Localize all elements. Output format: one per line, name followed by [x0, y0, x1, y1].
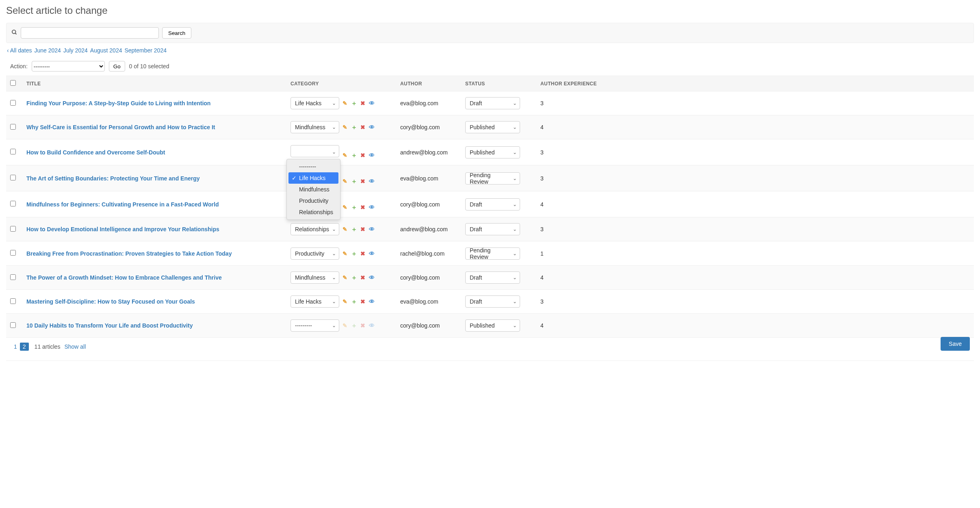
pencil-icon[interactable]: ✎: [342, 250, 348, 257]
row-checkbox[interactable]: [10, 322, 16, 328]
article-title-link[interactable]: How to Build Confidence and Overcome Sel…: [26, 149, 165, 156]
x-icon[interactable]: ✖: [360, 298, 366, 305]
select-all-checkbox[interactable]: [10, 80, 16, 86]
plus-icon[interactable]: ＋: [351, 274, 357, 282]
date-filter-link[interactable]: July 2024: [63, 47, 88, 54]
plus-icon[interactable]: ＋: [351, 178, 357, 185]
pencil-icon[interactable]: ✎: [342, 274, 348, 281]
dropdown-option[interactable]: Life Hacks: [288, 172, 338, 184]
pencil-icon[interactable]: ✎: [342, 152, 348, 158]
status-select[interactable]: Pending Review: [465, 172, 520, 185]
category-select[interactable]: Relationships: [291, 223, 339, 235]
article-title-link[interactable]: Mastering Self-Discipline: How to Stay F…: [26, 298, 195, 305]
x-icon[interactable]: ✖: [360, 178, 366, 185]
x-icon[interactable]: ✖: [360, 152, 366, 158]
search-input[interactable]: [21, 27, 159, 39]
status-select[interactable]: Draft: [465, 198, 520, 211]
row-checkbox[interactable]: [10, 124, 16, 130]
row-checkbox[interactable]: [10, 250, 16, 256]
col-status[interactable]: STATUS: [461, 76, 536, 91]
x-icon[interactable]: ✖: [360, 204, 366, 211]
eye-icon[interactable]: 👁: [369, 274, 375, 281]
article-title-link[interactable]: Mindfulness for Beginners: Cultivating P…: [26, 201, 219, 208]
dropdown-option[interactable]: ---------: [288, 161, 338, 172]
col-category[interactable]: CATEGORY: [286, 76, 396, 91]
status-select[interactable]: Published: [465, 121, 520, 133]
row-checkbox[interactable]: [10, 201, 16, 206]
plus-icon[interactable]: ＋: [351, 250, 357, 258]
pencil-icon[interactable]: ✎: [342, 204, 348, 211]
eye-icon: 👁: [369, 322, 375, 329]
category-select[interactable]: ---------: [291, 319, 339, 332]
plus-icon[interactable]: ＋: [351, 100, 357, 107]
plus-icon[interactable]: ＋: [351, 226, 357, 233]
article-title-link[interactable]: 10 Daily Habits to Transform Your Life a…: [26, 322, 193, 329]
date-filter-link[interactable]: September 2024: [124, 47, 167, 54]
row-checkbox[interactable]: [10, 100, 16, 106]
plus-icon[interactable]: ＋: [351, 204, 357, 211]
eye-icon[interactable]: 👁: [369, 226, 375, 232]
article-title-link[interactable]: The Art of Setting Boundaries: Protectin…: [26, 175, 200, 182]
x-icon[interactable]: ✖: [360, 274, 366, 281]
category-select[interactable]: Life Hacks: [291, 295, 339, 308]
date-filter-link[interactable]: ‹ All dates: [7, 47, 32, 54]
date-filter-link[interactable]: June 2024: [34, 47, 61, 54]
article-title-link[interactable]: Breaking Free from Procrastination: Prov…: [26, 250, 232, 257]
save-button[interactable]: Save: [941, 337, 970, 351]
status-select[interactable]: Draft: [465, 271, 520, 284]
status-select[interactable]: Draft: [465, 97, 520, 109]
category-select[interactable]: Productivity: [291, 247, 339, 260]
col-title[interactable]: TITLE: [22, 76, 286, 91]
page-link[interactable]: 2: [20, 343, 29, 351]
row-checkbox[interactable]: [10, 149, 16, 154]
eye-icon[interactable]: 👁: [369, 298, 375, 305]
pencil-icon[interactable]: ✎: [342, 298, 348, 305]
pencil-icon[interactable]: ✎: [342, 100, 348, 106]
category-dropdown[interactable]: ---------Life HacksMindfulnessProductivi…: [286, 159, 340, 220]
status-select[interactable]: Pending Review: [465, 247, 520, 260]
article-title-link[interactable]: Finding Your Purpose: A Step-by-Step Gui…: [26, 100, 210, 106]
pencil-icon[interactable]: ✎: [342, 226, 348, 232]
search-button[interactable]: Search: [162, 27, 191, 39]
status-select[interactable]: Draft: [465, 223, 520, 235]
col-author-experience[interactable]: AUTHOR EXPERIENCE: [536, 76, 974, 91]
row-checkbox[interactable]: [10, 175, 16, 180]
article-title-link[interactable]: Why Self-Care is Essential for Personal …: [26, 124, 215, 130]
action-select[interactable]: ---------: [32, 61, 105, 72]
eye-icon[interactable]: 👁: [369, 178, 375, 185]
action-go-button[interactable]: Go: [109, 61, 125, 72]
eye-icon[interactable]: 👁: [369, 204, 375, 211]
category-select[interactable]: Mindfulness: [291, 271, 339, 284]
dropdown-option[interactable]: Mindfulness: [288, 184, 338, 195]
status-select[interactable]: Published: [465, 319, 520, 332]
plus-icon[interactable]: ＋: [351, 152, 357, 159]
pencil-icon[interactable]: ✎: [342, 124, 348, 130]
status-select[interactable]: Published: [465, 146, 520, 158]
x-icon[interactable]: ✖: [360, 100, 366, 106]
show-all-link[interactable]: Show all: [64, 343, 86, 350]
row-checkbox[interactable]: [10, 298, 16, 304]
category-select[interactable]: [291, 145, 339, 157]
category-select[interactable]: Mindfulness: [291, 121, 339, 133]
date-filter-link[interactable]: August 2024: [90, 47, 122, 54]
dropdown-option[interactable]: Productivity: [288, 195, 338, 206]
x-icon[interactable]: ✖: [360, 250, 366, 257]
row-checkbox[interactable]: [10, 226, 16, 232]
article-title-link[interactable]: How to Develop Emotional Intelligence an…: [26, 226, 219, 232]
eye-icon[interactable]: 👁: [369, 100, 375, 106]
col-author[interactable]: AUTHOR: [396, 76, 461, 91]
eye-icon[interactable]: 👁: [369, 124, 375, 130]
plus-icon[interactable]: ＋: [351, 298, 357, 306]
category-select[interactable]: Life Hacks: [291, 97, 339, 109]
article-title-link[interactable]: The Power of a Growth Mindset: How to Em…: [26, 274, 222, 281]
row-checkbox[interactable]: [10, 274, 16, 280]
eye-icon[interactable]: 👁: [369, 250, 375, 257]
pencil-icon[interactable]: ✎: [342, 178, 348, 185]
x-icon[interactable]: ✖: [360, 124, 366, 130]
page-link[interactable]: 1: [11, 343, 20, 351]
dropdown-option[interactable]: Relationships: [288, 206, 338, 218]
x-icon[interactable]: ✖: [360, 226, 366, 232]
eye-icon[interactable]: 👁: [369, 152, 375, 158]
status-select[interactable]: Draft: [465, 295, 520, 308]
plus-icon[interactable]: ＋: [351, 124, 357, 131]
